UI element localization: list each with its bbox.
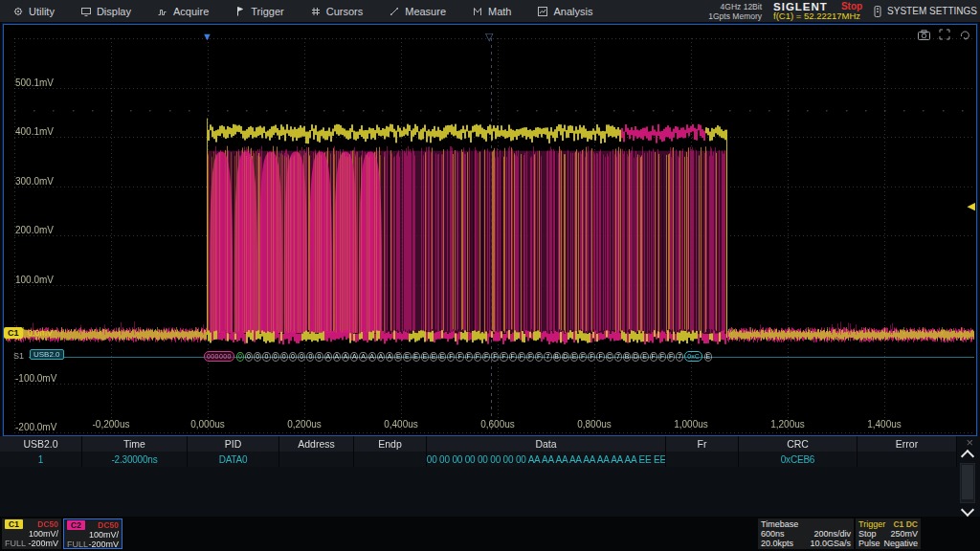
channel1-descriptor[interactable]: C1DC50 100mV/ FULL-200mV — [2, 518, 61, 549]
channel2-offset: -200mV — [88, 540, 119, 550]
channel1-position-badge[interactable]: C1 — [4, 327, 23, 339]
trigger-source: C1 DC — [893, 519, 918, 530]
timebase-scale: 200ns/div — [813, 529, 851, 540]
menu-bar: UtilityDisplayAcquireTriggerCursorsMeasu… — [0, 0, 980, 23]
trigger-descriptor[interactable]: TriggerC1 DC Stop250mV PulseNegative — [856, 518, 921, 549]
scroll-up-icon[interactable] — [961, 450, 974, 463]
decode-byte: 0 — [236, 352, 244, 362]
status-bar: C1DC50 100mV/ FULL-200mV C2DC50 100mV/ F… — [0, 517, 980, 551]
timebase-delay: 600ns — [761, 529, 785, 540]
horizontal-reference-marker[interactable]: ▽ — [485, 32, 493, 42]
menu-item-label: Math — [488, 6, 511, 17]
column-header-data: Data — [427, 436, 666, 452]
decode-byte: F — [482, 352, 490, 362]
trigger-position-marker[interactable]: ▼ — [202, 32, 212, 42]
decode-table-header: USB2.0TimePIDAddressEndpDataFrCRCError — [0, 436, 957, 452]
x-axis-label: 1,400us — [856, 419, 913, 430]
y-axis-label: -100.0mV — [15, 373, 56, 384]
column-header-crc: CRC — [739, 436, 858, 452]
trigger-slope: Negative — [883, 539, 918, 549]
menu-item-utility[interactable]: Utility — [0, 0, 68, 22]
table-cell — [858, 452, 957, 467]
display-icon — [81, 7, 91, 16]
decode-byte: E — [430, 352, 437, 362]
menu-item-math[interactable]: Math — [459, 0, 524, 22]
x-axis-label: -0,200us — [82, 419, 140, 430]
menu-item-label: Display — [97, 6, 131, 17]
decode-table-row[interactable]: 1-2.30000nsDATA00x00 00 00 00 00 00 00 0… — [0, 452, 957, 467]
decode-byte: F — [509, 352, 517, 362]
flag-icon — [235, 7, 245, 16]
decode-byte: D — [632, 352, 639, 362]
trigger-level-marker[interactable]: ◀ — [968, 200, 975, 212]
channel2-badge: C2 — [67, 520, 85, 531]
decode-byte: 0 — [315, 352, 323, 362]
brand-logo: SIGLENT — [773, 2, 828, 11]
channel1-badge: C1 — [5, 519, 23, 530]
decode-sync-field: 000000 — [204, 351, 234, 362]
y-axis-label: 200.0mV — [15, 225, 54, 235]
rotate-icon[interactable] — [959, 29, 970, 40]
waveform-canvas[interactable] — [4, 25, 976, 435]
decode-byte: C — [606, 352, 613, 362]
x-axis-label: 0,200us — [276, 419, 333, 430]
channel1-zero-label: 0.0mV — [28, 328, 53, 338]
table-cell: DATA0 — [188, 452, 279, 467]
camera-icon[interactable] — [918, 30, 930, 40]
timebase-descriptor[interactable]: Timebase 600ns200ns/div 20.0kpts10.0GSa/… — [758, 518, 854, 549]
y-axis-label: 400.1mV — [15, 126, 54, 137]
scrollbar-thumb[interactable] — [962, 465, 973, 499]
x-axis-label: 1,000us — [662, 419, 720, 430]
scroll-down-icon[interactable] — [961, 503, 974, 517]
y-axis-label: -200.0mV — [15, 422, 56, 432]
decode-byte: F — [447, 352, 455, 362]
menu-item-label: Measure — [405, 6, 446, 17]
channel1-bandwidth: FULL — [5, 539, 26, 549]
decode-byte: E — [438, 352, 446, 362]
decode-byte: E — [412, 352, 420, 362]
brand-block: SIGLENT Stop f(C1) = 52.22217MHz — [773, 2, 862, 21]
decode-byte: F — [658, 352, 666, 362]
decode-byte: A — [350, 352, 358, 362]
menu-item-label: Cursors — [326, 6, 364, 17]
y-axis-label: 100.0mV — [15, 275, 54, 285]
menu-item-acquire[interactable]: Acquire — [145, 0, 222, 22]
serial-bus-badge[interactable]: USB2.0 — [30, 349, 64, 360]
decode-byte: F — [579, 352, 587, 362]
decode-byte: A — [333, 352, 341, 362]
decode-byte: F — [535, 352, 543, 362]
decode-byte: A — [324, 352, 332, 362]
table-cell — [666, 452, 739, 467]
close-icon[interactable]: × — [966, 435, 973, 450]
decode-byte: F — [667, 352, 675, 362]
zoom-fit-icon[interactable] — [939, 29, 950, 40]
decode-byte: 0 — [262, 352, 270, 362]
decode-byte: B — [623, 352, 631, 362]
table-cell: -2.30000ns — [82, 452, 188, 467]
channel2-descriptor[interactable]: C2DC50 100mV/ FULL-200mV — [63, 518, 122, 549]
column-header-fr: Fr — [666, 436, 739, 452]
decode-table-scrollbar: × — [957, 436, 980, 517]
scrollbar-track[interactable] — [960, 463, 975, 503]
decode-crc-field: 0xC — [684, 351, 702, 362]
decode-byte: 0 — [306, 352, 314, 362]
timebase-points: 20.0kpts — [761, 539, 793, 549]
trigger-level: 250mV — [890, 529, 918, 540]
menu-item-analysis[interactable]: Analysis — [524, 0, 606, 22]
decode-byte: 0 — [272, 352, 279, 362]
decode-byte: 7 — [676, 352, 683, 362]
menu-item-cursors[interactable]: Cursors — [298, 0, 377, 22]
decode-byte: F — [500, 352, 507, 362]
channel2-bandwidth: FULL — [67, 540, 88, 550]
specs-memory: 1Gpts Memory — [708, 11, 762, 21]
topbar-right: 4GHz 12Bit 1Gpts Memory SIGLENT Stop f(C… — [708, 0, 977, 22]
decode-byte: F — [650, 352, 657, 362]
channel2-coupling: DC50 — [98, 520, 119, 531]
column-header-endp: Endp — [354, 436, 427, 452]
menu-item-trigger[interactable]: Trigger — [222, 0, 297, 22]
system-settings-button[interactable]: SYSTEM SETTINGS — [874, 6, 977, 17]
channel2-scale: 100mV/ — [89, 530, 119, 540]
menu-item-display[interactable]: Display — [68, 0, 145, 22]
menu-item-measure[interactable]: Measure — [376, 0, 459, 22]
decode-byte: F — [474, 352, 481, 362]
